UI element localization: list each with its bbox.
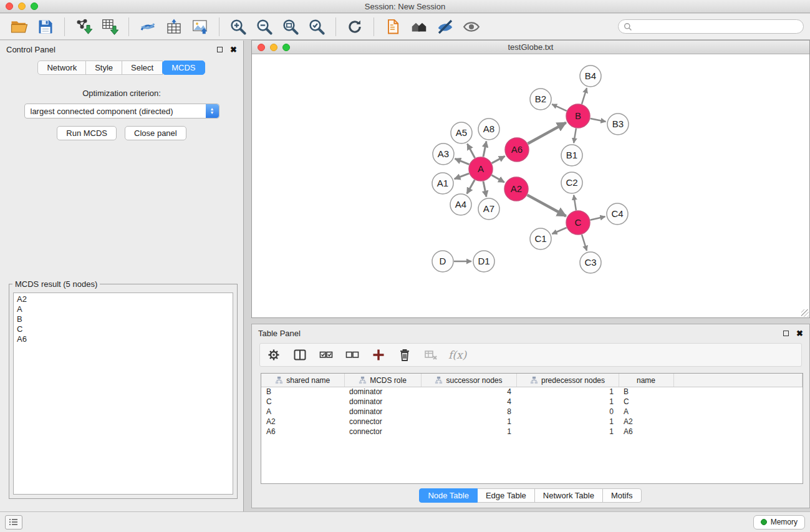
graph-node-C[interactable]: C [566, 211, 590, 235]
graph-node-C2[interactable]: C2 [561, 172, 582, 193]
graph-edge-C-C1[interactable] [552, 228, 566, 234]
graph-edge-A-A8[interactable] [483, 142, 486, 157]
table-cell[interactable]: A6 [619, 427, 673, 437]
table-cell[interactable]: A [619, 407, 673, 417]
table-cell[interactable]: dominator [344, 407, 421, 417]
graph-node-B1[interactable]: B1 [561, 145, 582, 166]
table-row[interactable]: Adominator80A [261, 407, 803, 417]
table-cell[interactable]: connector [344, 427, 421, 437]
close-table-panel-icon[interactable]: ✖ [796, 329, 803, 337]
graph-node-A3[interactable]: A3 [433, 143, 454, 165]
new-network-icon[interactable] [137, 16, 159, 37]
run-mcds-button[interactable]: Run MCDS [57, 126, 117, 140]
column-header-shared-name[interactable]: shared name [261, 374, 344, 387]
table-cell[interactable]: 0 [516, 407, 619, 417]
tab-node-table[interactable]: Node Table [419, 488, 478, 503]
column-header-name[interactable]: name [619, 374, 673, 387]
table-cell[interactable]: dominator [344, 387, 421, 397]
graph-edge-A-A2[interactable] [491, 175, 504, 182]
table-cell[interactable]: dominator [344, 397, 421, 407]
float-panel-icon[interactable] [217, 47, 223, 52]
graph-node-A7[interactable]: A7 [478, 198, 499, 220]
graph-edge-A6-B[interactable] [528, 123, 566, 144]
delete-column-trash-icon[interactable] [396, 346, 413, 364]
table-row[interactable]: A2connector11A2 [261, 417, 803, 427]
home-networks-icon[interactable] [408, 16, 430, 37]
network-graph[interactable]: AA1A2A3A4A5A6A7A8BB1B2B3B4CC1C2C3C4DD1 [252, 55, 809, 318]
graph-node-C1[interactable]: C1 [530, 228, 551, 249]
create-column-plus-icon[interactable] [370, 346, 387, 364]
graph-node-B3[interactable]: B3 [607, 114, 629, 135]
column-header-predecessor-nodes[interactable]: predecessor nodes [516, 374, 619, 387]
graph-node-D1[interactable]: D1 [473, 251, 494, 272]
show-details-eye-icon[interactable] [460, 16, 483, 37]
graph-node-B4[interactable]: B4 [580, 65, 601, 87]
memory-button[interactable]: Memory [753, 515, 805, 530]
graph-node-A2[interactable]: A2 [504, 177, 528, 201]
tab-select[interactable]: Select [122, 60, 163, 75]
tab-network[interactable]: Network [37, 60, 86, 75]
column-header-mcds-role[interactable]: MCDS role [344, 374, 421, 387]
table-cell[interactable]: B [261, 387, 344, 397]
mcds-result-item[interactable]: A6 [17, 334, 229, 344]
window-resize-grip[interactable] [801, 309, 809, 317]
open-session-icon[interactable] [8, 16, 31, 37]
table-settings-gear-icon[interactable] [265, 346, 282, 364]
table-cell[interactable]: A6 [261, 427, 344, 437]
table-cell[interactable]: 1 [421, 427, 516, 437]
task-history-button[interactable] [5, 515, 22, 530]
graph-edge-A-A5[interactable] [467, 144, 475, 158]
tab-edge-table[interactable]: Edge Table [477, 488, 535, 503]
export-image-icon[interactable] [189, 16, 211, 37]
table-cell[interactable]: A2 [261, 417, 344, 427]
graph-node-D[interactable]: D [432, 251, 453, 272]
show-columns-icon[interactable] [291, 346, 309, 364]
tab-style[interactable]: Style [85, 60, 122, 75]
graph-node-C4[interactable]: C4 [607, 203, 628, 225]
save-session-icon[interactable] [34, 16, 57, 37]
table-cell[interactable]: C [261, 397, 344, 407]
graph-node-B[interactable]: B [566, 104, 590, 128]
close-panel-button[interactable]: Close panel [125, 126, 186, 140]
zoom-fit-icon[interactable] [279, 16, 302, 37]
refresh-icon[interactable] [344, 16, 366, 37]
zoom-network-window-button[interactable] [282, 44, 290, 51]
table-cell[interactable]: A2 [619, 417, 673, 427]
graph-node-A[interactable]: A [469, 157, 493, 181]
session-document-icon[interactable] [382, 16, 404, 37]
graph-edge-B-B1[interactable] [574, 128, 576, 143]
graph-edge-A-A6[interactable] [492, 156, 505, 163]
zoom-in-icon[interactable] [227, 16, 249, 37]
select-all-columns-icon[interactable] [317, 346, 335, 364]
hide-graphics-details-icon[interactable] [434, 16, 456, 37]
graph-edge-A-A1[interactable] [455, 173, 470, 179]
search-field[interactable] [618, 19, 804, 34]
graph-edge-B-B3[interactable] [591, 118, 606, 122]
close-panel-icon[interactable]: ✖ [230, 46, 237, 54]
table-cell[interactable]: C [619, 397, 673, 407]
mcds-result-item[interactable]: C [17, 324, 229, 334]
search-input[interactable] [635, 22, 798, 31]
graph-edge-A-A3[interactable] [455, 158, 470, 164]
mcds-result-item[interactable]: A [17, 304, 229, 314]
table-cell[interactable]: 8 [421, 407, 516, 417]
mcds-result-list[interactable]: A2ABCA6 [13, 293, 233, 495]
table-cell[interactable]: A [261, 407, 344, 417]
table-cell[interactable]: 1 [516, 427, 619, 437]
graph-edge-A-A4[interactable] [467, 180, 475, 193]
table-cell[interactable]: 4 [421, 397, 516, 407]
zoom-out-icon[interactable] [253, 16, 276, 37]
table-row[interactable]: Bdominator41B [261, 387, 803, 397]
graph-node-C3[interactable]: C3 [580, 252, 601, 273]
deselect-all-columns-icon[interactable] [344, 346, 361, 364]
graph-node-A1[interactable]: A1 [432, 173, 453, 194]
graph-node-A4[interactable]: A4 [450, 194, 471, 215]
new-table-icon[interactable] [163, 16, 185, 37]
graph-edge-C-C4[interactable] [591, 216, 605, 220]
graph-edge-B-B4[interactable] [582, 88, 587, 104]
table-cell[interactable]: 1 [516, 397, 619, 407]
optimization-criterion-select[interactable]: largest connected component (directed) ▲… [24, 104, 219, 118]
graph-node-A6[interactable]: A6 [505, 138, 529, 162]
import-network-icon[interactable] [72, 16, 95, 37]
mcds-result-item[interactable]: B [17, 314, 229, 324]
